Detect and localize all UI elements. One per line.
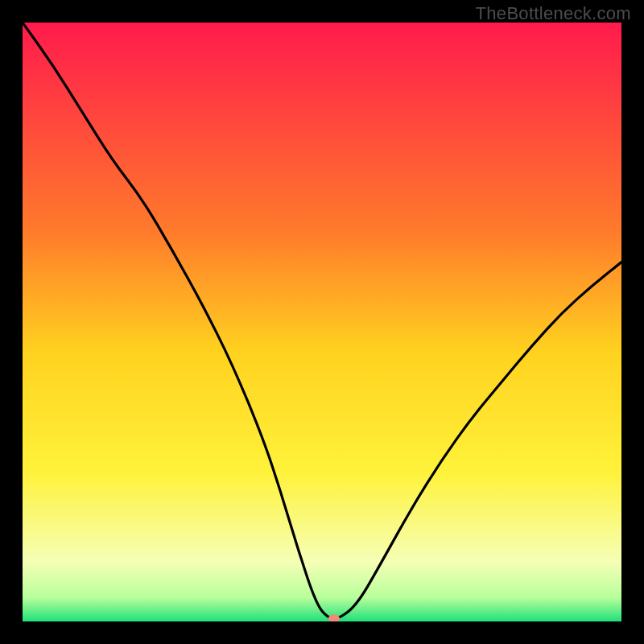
- chart-background: [23, 23, 621, 621]
- watermark-text: TheBottleneck.com: [476, 3, 631, 24]
- plot-area: [23, 23, 621, 621]
- bottleneck-chart: [23, 23, 621, 621]
- chart-frame: TheBottleneck.com: [0, 0, 644, 644]
